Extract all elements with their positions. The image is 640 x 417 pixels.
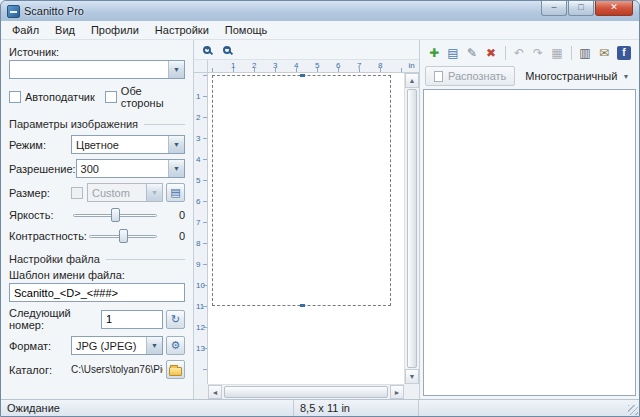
menu-view[interactable]: Вид xyxy=(47,22,83,38)
scrollbar-thumb[interactable] xyxy=(407,89,417,368)
app-window: Scanitto Pro – □ ✕ Файл Вид Профили Наст… xyxy=(0,0,640,417)
v-ruler-number: 7 xyxy=(196,218,200,227)
menu-profiles[interactable]: Профили xyxy=(83,22,147,38)
scanned-pages-list[interactable] xyxy=(423,89,636,396)
browse-folder-button[interactable] xyxy=(166,360,185,379)
scroll-up-icon[interactable]: ▲ xyxy=(405,73,419,88)
contrast-label: Контрастность: xyxy=(9,230,87,242)
v-ruler-number: 2 xyxy=(196,113,200,122)
brightness-slider[interactable] xyxy=(71,207,159,223)
duplex-checkbox[interactable] xyxy=(105,91,117,103)
chevron-down-icon: ▼ xyxy=(146,337,162,354)
resolution-value: 300 xyxy=(81,163,99,175)
h-ruler-number: 1 xyxy=(231,61,235,70)
app-icon xyxy=(7,5,20,18)
h-ruler-number: 6 xyxy=(336,61,340,70)
undo-icon[interactable]: ↶ xyxy=(510,44,528,62)
scroll-right-icon[interactable]: ► xyxy=(390,385,404,399)
file-settings-header: Настройки файла xyxy=(9,253,185,265)
menu-settings[interactable]: Настройки xyxy=(147,22,217,38)
size-checkbox[interactable] xyxy=(71,187,83,199)
mode-label: Режим: xyxy=(9,139,71,151)
toolbar-separator xyxy=(571,46,572,60)
edit-page-icon[interactable]: ✎ xyxy=(463,44,481,62)
close-button[interactable]: ✕ xyxy=(595,1,633,16)
brightness-value: 0 xyxy=(167,209,185,221)
open-page-icon[interactable]: ▤ xyxy=(444,44,462,62)
vertical-scrollbar[interactable]: ▲ ▼ xyxy=(404,73,419,384)
mode-value: Цветное xyxy=(76,139,119,151)
v-ruler-number: 3 xyxy=(196,134,200,143)
size-value: Custom xyxy=(92,187,130,199)
status-page-size: 8,5 x 11 in xyxy=(294,400,419,416)
preview-toolbar: + − xyxy=(194,40,419,60)
menu-file[interactable]: Файл xyxy=(4,22,47,38)
scroll-corner xyxy=(404,384,419,399)
format-settings-button[interactable]: ⚙ xyxy=(166,336,185,355)
resolution-select[interactable]: 300 ▼ xyxy=(76,159,185,178)
scrollbar-thumb[interactable] xyxy=(224,386,388,398)
h-ruler-number: 8 xyxy=(378,61,382,70)
selection-handle-bottom[interactable] xyxy=(300,304,305,307)
status-extra xyxy=(419,400,639,416)
format-label: Формат: xyxy=(9,340,71,352)
facebook-icon[interactable]: f xyxy=(617,46,631,60)
v-ruler-number: 12 xyxy=(196,323,205,332)
add-page-icon[interactable]: ✚ xyxy=(425,44,443,62)
size-select[interactable]: Custom ▼ xyxy=(87,183,163,202)
next-number-reset-button[interactable]: ↻ xyxy=(166,310,185,329)
menu-help[interactable]: Помощь xyxy=(217,22,276,38)
scan-area-selection[interactable] xyxy=(212,75,391,306)
ruler-corner xyxy=(194,60,208,73)
next-number-input[interactable] xyxy=(101,310,163,329)
minimize-button[interactable]: – xyxy=(541,1,567,16)
v-ruler-number: 8 xyxy=(196,239,200,248)
v-ruler-number: 9 xyxy=(196,260,200,269)
v-ruler-number: 6 xyxy=(196,197,200,206)
h-ruler-number: 3 xyxy=(273,61,277,70)
resolution-label: Разрешение: xyxy=(9,163,76,175)
image-params-header: Параметры изображения xyxy=(9,118,185,130)
save-icon[interactable]: ▦ xyxy=(548,44,566,62)
duplex-label: Обе стороны xyxy=(121,85,175,109)
adf-checkbox[interactable] xyxy=(9,91,21,103)
email-icon[interactable]: ✉ xyxy=(595,44,613,62)
recognize-button[interactable]: Распознать xyxy=(425,66,515,86)
delete-page-icon[interactable]: ✖ xyxy=(482,44,500,62)
preview-panel: + − 12345678 in 12345678910111213 ▲ ▼ xyxy=(194,40,420,399)
scroll-left-icon[interactable]: ◄ xyxy=(208,385,222,399)
filename-template-input[interactable] xyxy=(9,283,185,302)
horizontal-scrollbar[interactable]: ◄ ► xyxy=(208,384,404,399)
scan-settings-panel: Источник: ▼ Автоподатчик Обе стороны Пар… xyxy=(1,40,194,399)
multipage-dropdown[interactable]: Многостраничный ▼ xyxy=(521,68,633,84)
brightness-label: Яркость: xyxy=(9,209,71,221)
slider-thumb[interactable] xyxy=(119,229,128,243)
right-toolbar: ✚▤✎✖↶↷▦▥✉f xyxy=(423,42,636,64)
preview-canvas[interactable] xyxy=(208,73,404,384)
zoom-out-button[interactable]: − xyxy=(218,42,236,58)
slider-thumb[interactable] xyxy=(111,208,120,222)
contrast-value: 0 xyxy=(167,230,185,242)
selection-handle-top[interactable] xyxy=(300,74,305,77)
pages-panel: ✚▤✎✖↶↷▦▥✉f Распознать Многостраничный ▼ xyxy=(420,40,639,399)
v-ruler-number: 1 xyxy=(196,92,200,101)
status-bar: Ожидание 8,5 x 11 in xyxy=(1,399,639,416)
redo-icon[interactable]: ↷ xyxy=(529,44,547,62)
folder-label: Каталог: xyxy=(9,364,71,376)
zoom-in-button[interactable]: + xyxy=(198,42,216,58)
size-edit-button[interactable]: ▤ xyxy=(166,183,185,202)
mode-select[interactable]: Цветное ▼ xyxy=(71,135,185,154)
format-value: JPG (JPEG) xyxy=(76,340,137,352)
next-number-label: Следующий номер: xyxy=(9,307,101,331)
contrast-slider[interactable] xyxy=(87,228,159,244)
v-ruler-number: 10 xyxy=(196,281,205,290)
resize-grip-icon[interactable] xyxy=(628,405,638,415)
scroll-down-icon[interactable]: ▼ xyxy=(405,369,419,384)
format-select[interactable]: JPG (JPEG) ▼ xyxy=(71,336,163,355)
maximize-button[interactable]: □ xyxy=(568,1,594,16)
print-icon[interactable]: ▥ xyxy=(576,44,594,62)
toolbar-separator xyxy=(505,46,506,60)
source-select[interactable]: ▼ xyxy=(9,60,185,79)
title-bar[interactable]: Scanitto Pro – □ ✕ xyxy=(1,1,639,21)
menu-bar: Файл Вид Профили Настройки Помощь xyxy=(1,21,639,40)
